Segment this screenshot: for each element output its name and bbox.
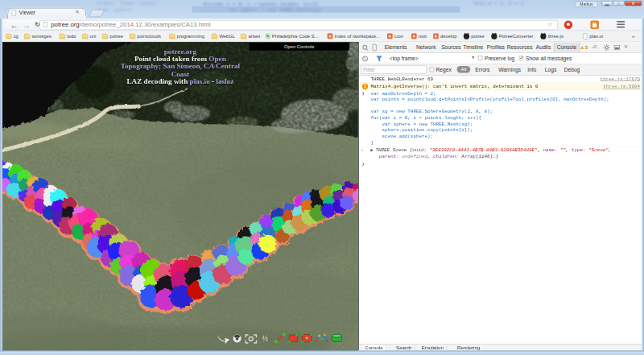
svg-text:½: ½ (262, 335, 268, 343)
